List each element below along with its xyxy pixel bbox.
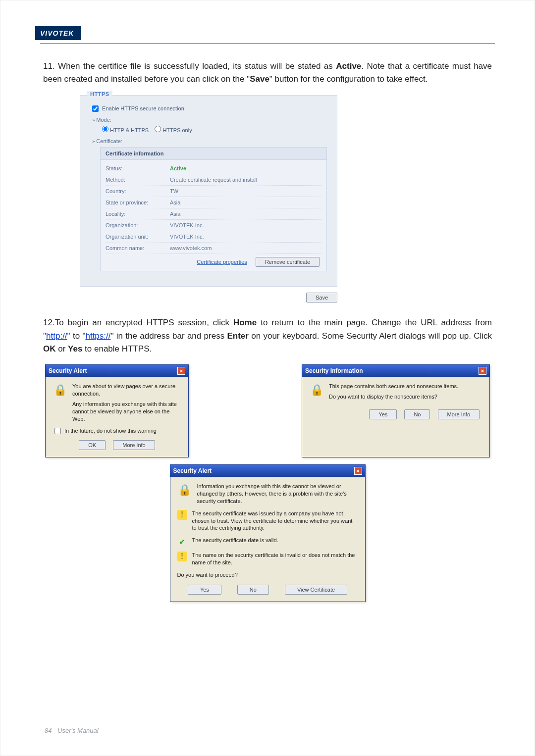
warning-icon: ! (177, 552, 187, 561)
certificate-properties-link[interactable]: Certificate properties (197, 259, 247, 265)
brand-divider (40, 43, 495, 44)
cert-key: Country: (106, 188, 170, 194)
dlg1-cb-label: In the future, do not show this warning (64, 428, 157, 434)
cert-val: Create certificate request and install (170, 177, 257, 183)
p12-prefix: 12.To begin an encrypted HTTPS session, … (43, 318, 233, 327)
check-icon: ✔ (177, 537, 187, 547)
remove-certificate-button[interactable]: Remove certificate (256, 257, 320, 267)
p12-yes: Yes (68, 344, 82, 353)
paragraph-11: 11. When the certifice file is successfu… (43, 60, 492, 86)
dlg1-msg1: You are about to view pages over a secur… (72, 383, 181, 398)
cert-val: VIVOTEK Inc. (170, 222, 204, 228)
page-footer: 84 - User's Manual (45, 727, 99, 734)
dlg3-ok1: The security certificate date is valid. (192, 537, 278, 544)
p12-mid2: " to " (67, 331, 86, 341)
dlg3-warn1: The security certificate was issued by a… (192, 510, 358, 532)
no-button[interactable]: No (404, 409, 430, 419)
radio-http-https[interactable] (102, 126, 108, 132)
p12-mid4: on your keyboard. Some Security Alert di… (249, 331, 492, 341)
cert-row: State or province: Asia (106, 197, 321, 208)
dlg3-proceed: Do you want to proceed? (177, 571, 358, 579)
dlg2-msg2: Do you want to display the nonsecure ite… (329, 393, 458, 401)
cert-key: Locality: (106, 211, 170, 217)
p12-http-link: http:// (46, 331, 67, 341)
view-certificate-button[interactable]: View Certificate (285, 585, 347, 595)
cert-val: Asia (170, 211, 180, 217)
p12-enter: Enter (227, 331, 248, 341)
p11-save: Save (250, 74, 269, 84)
security-information-dialog: Security Information × 🔒 This page conta… (302, 364, 490, 457)
cert-row: Organization: VIVOTEK Inc. (106, 220, 321, 231)
warning-icon: ! (177, 510, 187, 520)
cert-val: www.vivotek.com (170, 245, 212, 251)
more-info-button[interactable]: More Info (438, 409, 480, 419)
https-legend: HTTPS (87, 91, 112, 97)
paragraph-12: 12.To begin an encrypted HTTPS session, … (43, 316, 492, 355)
cert-row: Common name: www.vivotek.com (106, 243, 321, 254)
p11-active: Active (336, 61, 361, 71)
radio1-label: HTTP & HTTPS (110, 127, 149, 133)
save-button[interactable]: Save (306, 293, 337, 302)
cert-val: TW (170, 188, 178, 194)
certificate-info-header: Certificate information (101, 148, 326, 160)
cert-val: VIVOTEK Inc. (170, 234, 204, 240)
cert-key: Organization unit: (106, 234, 170, 240)
enable-https-checkbox[interactable] (92, 105, 99, 112)
close-icon[interactable]: × (354, 467, 362, 475)
p12-https-link: https:// (85, 331, 110, 341)
cert-row: Locality: Asia (106, 208, 321, 220)
p12-mid3: " in the address bar and press (110, 331, 227, 341)
cert-row: Organization unit: VIVOTEK Inc. (106, 231, 321, 243)
radio2-label: HTTPS only (162, 127, 192, 133)
mode-http-https[interactable]: HTTP & HTTPS (102, 127, 150, 133)
cert-val-status: Active (170, 165, 186, 171)
dlg1-title: Security Alert (49, 367, 87, 374)
https-panel: HTTPS Enable HTTPS secure connection Mod… (80, 95, 337, 287)
p12-suffix: to enable HTTPS. (82, 344, 152, 353)
cert-key: Organization: (106, 222, 170, 228)
cert-row: Method: Create certificate request and i… (106, 174, 321, 186)
yes-button[interactable]: Yes (369, 409, 397, 419)
close-icon[interactable]: × (479, 367, 486, 375)
enable-https-label: Enable HTTPS secure connection (102, 105, 184, 111)
dlg2-msg1: This page contains both secure and nonse… (329, 383, 458, 390)
cert-key: Status: (106, 165, 170, 171)
lock-warn-icon: 🔒 (177, 483, 192, 498)
yes-button[interactable]: Yes (188, 585, 221, 595)
more-info-button[interactable]: More Info (113, 440, 155, 450)
cert-row-status: Status: Active (106, 163, 321, 174)
lock-warn-icon: 🔒 (309, 383, 324, 398)
p12-ok: OK (43, 344, 56, 353)
certificate-section-label[interactable]: Certificate: (92, 138, 327, 144)
dlg3-title: Security Alert (173, 467, 212, 474)
p12-home: Home (233, 318, 257, 327)
cert-key: Method: (106, 177, 170, 183)
close-icon[interactable]: × (177, 367, 185, 375)
p11-prefix: 11. When the certifice file is successfu… (43, 61, 336, 71)
lock-info-icon: 🔒 (53, 383, 67, 398)
cert-row: Country: TW (106, 186, 321, 197)
security-alert-dialog-2: Security Alert × 🔒 Information you excha… (170, 464, 366, 602)
ok-button[interactable]: OK (79, 440, 106, 450)
certificate-info-box: Certificate information Status: Active M… (100, 147, 327, 271)
mode-section-label[interactable]: Mode: (92, 117, 327, 123)
brand-label: VIVOTEK (35, 26, 81, 40)
cert-val: Asia (170, 200, 180, 205)
radio-https-only[interactable] (155, 126, 161, 132)
cert-key: Common name: (106, 245, 170, 251)
no-button[interactable]: No (237, 585, 269, 595)
security-alert-dialog-1: Security Alert × 🔒 You are about to view… (45, 364, 189, 457)
mode-https-only[interactable]: HTTPS only (155, 127, 192, 133)
p11-suffix: " button for the configuration to take e… (269, 74, 428, 84)
dlg1-msg2: Any information you exchange with this s… (72, 401, 181, 423)
dlg2-title: Security Information (305, 367, 363, 374)
p12-or: or (56, 344, 68, 353)
cert-key: State or province: (106, 200, 170, 205)
do-not-show-checkbox[interactable] (54, 428, 61, 434)
dlg3-warn2: The name on the security certificate is … (192, 552, 358, 566)
dlg3-intro: Information you exchange with this site … (197, 483, 358, 505)
